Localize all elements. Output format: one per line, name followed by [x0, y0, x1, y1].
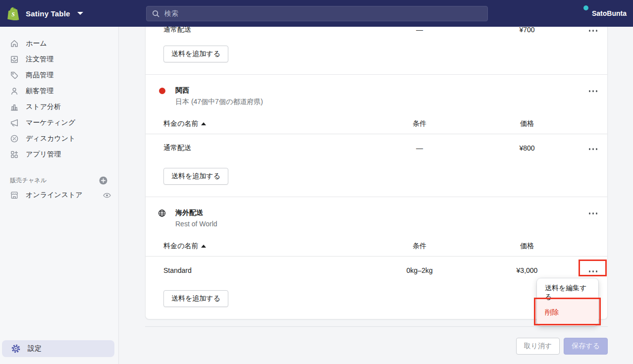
- price-header: 価格: [469, 242, 585, 251]
- settings-label: 設定: [28, 344, 42, 353]
- sales-channels-label: 販売チャネル: [10, 176, 47, 185]
- rate-name: 通常配送: [163, 27, 370, 34]
- apps-icon: [10, 150, 19, 159]
- section-divider: [145, 326, 608, 327]
- red-circle-icon: [159, 88, 165, 94]
- shopify-logo-icon: S: [7, 6, 20, 20]
- notification-dot: [583, 5, 588, 10]
- price-header: 価格: [469, 119, 585, 128]
- rate-condition: —: [370, 144, 469, 152]
- sidebar-item-label: ホーム: [26, 39, 47, 48]
- sidebar-item-label: ディスカウント: [26, 134, 75, 143]
- discounts-icon: [10, 134, 19, 143]
- sidebar-item-label: ストア分析: [26, 103, 61, 111]
- sidebar-item-home[interactable]: ホーム: [0, 36, 118, 52]
- add-rate-button[interactable]: 送料を追加する: [163, 46, 228, 62]
- sort-asc-icon: [201, 122, 206, 125]
- sidebar-item-settings[interactable]: 設定: [2, 340, 114, 357]
- table-row: 通常配送 — ¥800: [146, 134, 607, 162]
- zone-subtitle: Rest of World: [175, 219, 217, 229]
- cancel-button[interactable]: 取り消す: [516, 338, 560, 355]
- rate-price: ¥3,000: [469, 266, 585, 274]
- sidebar-item-customers[interactable]: 顧客管理: [0, 83, 118, 99]
- table-header: 料金の名前 条件 価格: [146, 113, 607, 134]
- sales-channels-header: 販売チャネル: [0, 173, 118, 187]
- rate-price: ¥700: [469, 27, 585, 34]
- condition-header: 条件: [370, 242, 469, 251]
- row-menu-button[interactable]: [589, 268, 598, 275]
- rate-condition: 0kg–2kg: [370, 266, 469, 274]
- search-placeholder: 検索: [164, 9, 178, 18]
- sidebar-item-marketing[interactable]: マーケティング: [0, 115, 118, 131]
- zone-section-partial: 通常配送 — ¥700 送料を追加する: [146, 27, 607, 62]
- sidebar-item-discounts[interactable]: ディスカウント: [0, 131, 118, 147]
- user-name: SatoBunta: [592, 9, 627, 17]
- sort-by-name-header[interactable]: 料金の名前: [163, 242, 370, 251]
- sidebar-item-apps[interactable]: アプリ管理: [0, 147, 118, 162]
- svg-text:S: S: [11, 11, 15, 18]
- sidebar-item-label: 顧客管理: [26, 87, 53, 96]
- avatar: [573, 6, 587, 21]
- add-rate-button[interactable]: 送料を追加する: [163, 168, 228, 185]
- rate-name: 通常配送: [163, 144, 370, 153]
- footer-actions: 取り消す 保存する: [119, 338, 608, 355]
- globe-icon: [158, 208, 166, 218]
- zone-menu-button[interactable]: [589, 88, 598, 95]
- sidebar-item-orders[interactable]: 注文管理: [0, 52, 118, 67]
- table-header: 料金の名前 条件 価格: [146, 236, 607, 257]
- add-rate-button[interactable]: 送料を追加する: [163, 290, 228, 307]
- sidebar-item-label: 商品管理: [26, 71, 53, 80]
- search-icon: [152, 9, 160, 18]
- shipping-zones-card: 通常配送 — ¥700 送料を追加する 関西 日本 (47個中7個の都道府県): [145, 27, 608, 319]
- main-content: 通常配送 — ¥700 送料を追加する 関西 日本 (47個中7個の都道府県): [119, 27, 633, 364]
- store-name: Satiny Table: [26, 9, 70, 18]
- sort-by-name-header[interactable]: 料金の名前: [163, 119, 370, 128]
- marketing-icon: [10, 118, 19, 127]
- save-button[interactable]: 保存する: [564, 338, 608, 355]
- sidebar-item-label: アプリ管理: [26, 150, 61, 159]
- online-store-label: オンラインストア: [26, 191, 83, 200]
- storefront-icon: [10, 191, 19, 200]
- view-store-eye-icon[interactable]: [103, 191, 112, 200]
- sidebar-item-online-store[interactable]: オンラインストア: [0, 187, 118, 203]
- menu-item-edit-rate[interactable]: 送料を編集する: [537, 283, 598, 302]
- row-menu-button[interactable]: [589, 27, 598, 34]
- row-menu-button[interactable]: [589, 146, 598, 153]
- customers-icon: [10, 87, 19, 96]
- sidebar-item-label: マーケティング: [26, 118, 75, 127]
- zone-subtitle: 日本 (47個中7個の都道府県): [175, 97, 263, 106]
- sort-asc-icon: [201, 245, 206, 248]
- table-row: 通常配送 — ¥700: [146, 27, 607, 40]
- search-input[interactable]: 検索: [146, 6, 488, 21]
- rate-name: Standard: [163, 266, 370, 274]
- menu-item-delete[interactable]: 削除: [537, 302, 598, 323]
- rate-price: ¥800: [469, 144, 585, 152]
- sidebar-item-label: 注文管理: [26, 55, 53, 64]
- zone-menu-button[interactable]: [589, 210, 598, 217]
- topbar: S Satiny Table 検索 SatoBunta: [0, 0, 633, 27]
- sidebar: ホーム 注文管理 商品管理 顧客管理 ストア分析 マーケティング ディスカウント: [0, 27, 119, 364]
- add-channel-button[interactable]: [99, 176, 107, 185]
- row-context-menu: 送料を編集する 削除: [537, 278, 598, 326]
- chevron-down-icon: [77, 12, 83, 15]
- orders-icon: [10, 55, 19, 64]
- zone-title: 海外配送: [175, 208, 217, 217]
- sidebar-item-analytics[interactable]: ストア分析: [0, 99, 118, 115]
- home-icon: [10, 39, 19, 48]
- store-switcher[interactable]: S Satiny Table: [0, 6, 83, 20]
- zone-section-kansai: 関西 日本 (47個中7個の都道府県) 料金の名前 条件 価格 通常配送 — ¥…: [146, 74, 607, 185]
- analytics-icon: [10, 103, 19, 111]
- sidebar-item-products[interactable]: 商品管理: [0, 67, 118, 83]
- user-menu[interactable]: SatoBunta: [573, 0, 627, 27]
- products-icon: [10, 71, 19, 80]
- zone-title: 関西: [175, 86, 263, 95]
- condition-header: 条件: [370, 119, 469, 128]
- rate-condition: —: [370, 27, 469, 34]
- gear-icon: [11, 344, 21, 354]
